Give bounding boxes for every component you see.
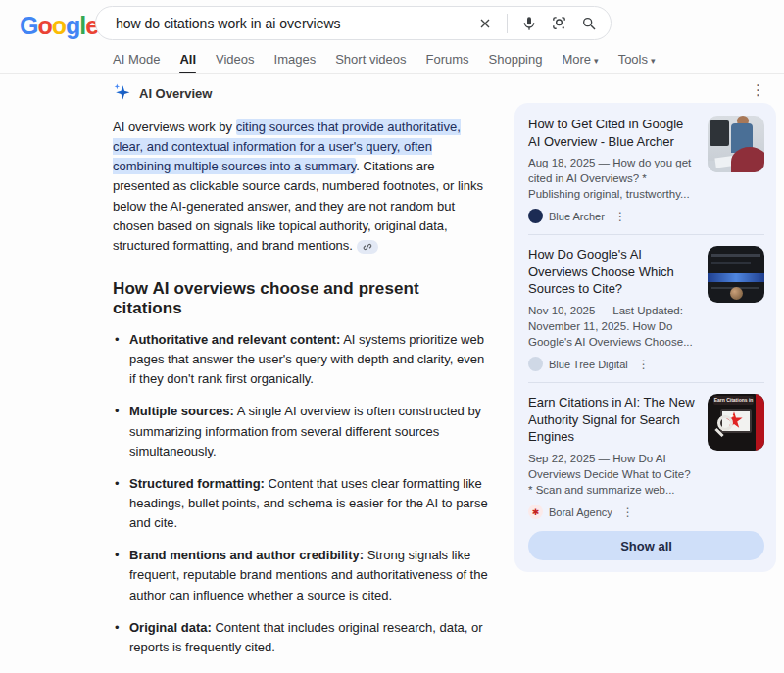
card-title[interactable]: Earn Citations in AI: The New Authority …	[528, 394, 698, 446]
thumbnail-caption: Earn Citations in	[713, 396, 754, 405]
tab-more[interactable]: More▾	[562, 52, 598, 74]
results-nav: AI Mode All Videos Images Short videos F…	[113, 52, 656, 74]
site-favicon: ✱	[528, 505, 543, 519]
source-card[interactable]: Earn Citations in AI: The New Authority …	[528, 394, 764, 519]
list-item: Original data: Content that includes ori…	[113, 618, 493, 657]
search-icon[interactable]	[581, 16, 597, 31]
thumbnail-decoration	[711, 254, 760, 257]
card-title[interactable]: How to Get Cited in Google AI Overview -…	[528, 116, 698, 150]
ai-overview-intro: AI overviews work by citing sources that…	[113, 118, 493, 256]
searchbar-divider	[507, 14, 508, 33]
card-snippet: Nov 10, 2025 — Last Updated: November 11…	[528, 303, 698, 350]
card-thumbnail[interactable]: Earn Citations in ”	[708, 394, 764, 451]
sources-panel: How to Get Cited in Google AI Overview -…	[514, 103, 776, 572]
chevron-down-icon: ▾	[651, 56, 656, 66]
ai-overview-label: AI Overview	[139, 86, 212, 101]
source-card[interactable]: How to Get Cited in Google AI Overview -…	[528, 116, 764, 223]
show-all-button[interactable]: Show all	[528, 531, 764, 560]
sparkle-icon	[113, 82, 131, 105]
card-menu-icon[interactable]: ⋮	[622, 506, 634, 518]
microphone-icon[interactable]	[521, 16, 537, 31]
site-name: Blue Tree Digital	[549, 359, 628, 370]
tab-all[interactable]: All	[179, 52, 196, 74]
thumbnail-decoration	[730, 287, 743, 300]
tab-short-videos[interactable]: Short videos	[335, 52, 406, 74]
thumbnail-decoration	[708, 273, 764, 282]
search-bar[interactable]	[95, 6, 612, 40]
citation-link-icon[interactable]	[357, 240, 378, 254]
clear-icon[interactable]	[477, 16, 493, 31]
list-item: Brand mentions and author credibility: S…	[113, 546, 493, 604]
card-menu-icon[interactable]: ⋮	[638, 359, 650, 370]
thumbnail-decoration	[710, 120, 729, 146]
tab-videos[interactable]: Videos	[216, 52, 255, 74]
thumbnail-decoration	[756, 394, 764, 451]
tab-images[interactable]: Images	[274, 52, 317, 74]
ai-overview-menu-icon[interactable]: ⋮	[751, 82, 765, 97]
list-item: Multiple sources: A single AI overview i…	[113, 402, 493, 460]
card-divider	[528, 234, 764, 235]
header-divider	[0, 73, 784, 74]
tab-forums[interactable]: Forums	[425, 52, 468, 74]
tab-tools[interactable]: Tools▾	[618, 52, 656, 74]
site-favicon	[528, 357, 543, 371]
card-menu-icon[interactable]: ⋮	[614, 211, 626, 222]
card-thumbnail[interactable]	[708, 246, 764, 303]
section-heading-1: How AI overviews choose and present cita…	[113, 279, 493, 318]
ai-overview-header: AI Overview	[113, 82, 493, 105]
card-thumbnail[interactable]	[708, 116, 764, 172]
thumbnail-decoration	[711, 262, 751, 264]
site-name: Blue Archer	[549, 211, 605, 222]
ai-overview-panel: AI Overview AI overviews work by citing …	[113, 82, 493, 673]
list-item: Structured formatting: Content that uses…	[113, 474, 493, 533]
card-snippet: Aug 18, 2025 — How do you get cited in A…	[528, 155, 698, 202]
card-divider	[528, 382, 764, 383]
chevron-down-icon: ▾	[594, 56, 599, 66]
card-title[interactable]: How Do Google's AI Overviews Choose Whic…	[528, 246, 698, 298]
thumbnail-decoration	[731, 147, 764, 172]
citation-factors-list: Authoritative and relevant content: AI s…	[113, 330, 493, 673]
card-snippet: Sep 22, 2025 — How Do AI Overviews Decid…	[528, 451, 698, 498]
site-name: Boral Agency	[549, 506, 612, 518]
google-lens-icon[interactable]	[551, 15, 567, 31]
intro-pre: AI overviews work by	[113, 120, 236, 134]
site-favicon	[528, 209, 543, 223]
source-card[interactable]: How Do Google's AI Overviews Choose Whic…	[528, 246, 764, 371]
search-input[interactable]	[116, 16, 477, 31]
google-logo[interactable]: Google	[20, 12, 98, 40]
list-item: Authoritative and relevant content: AI s…	[113, 330, 493, 389]
tab-ai-mode[interactable]: AI Mode	[113, 52, 160, 74]
tab-shopping[interactable]: Shopping	[489, 52, 543, 74]
